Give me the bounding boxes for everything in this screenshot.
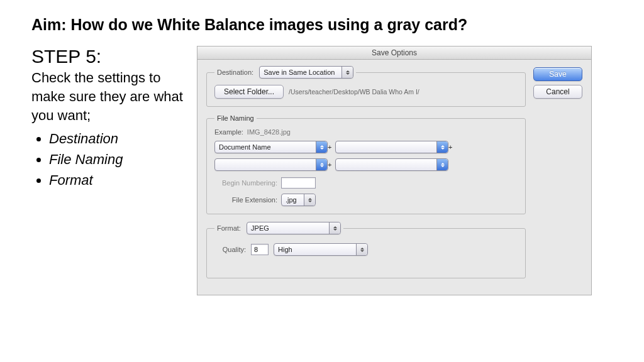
destination-mode-value: Save in Same Location xyxy=(264,69,335,76)
updown-icon xyxy=(304,194,315,206)
cancel-button[interactable]: Cancel xyxy=(533,85,582,99)
updown-icon xyxy=(356,244,367,255)
naming-slot-2[interactable] xyxy=(335,141,448,153)
format-value: JPEG xyxy=(251,224,269,232)
aim-heading: Aim: How do we White Balance images usin… xyxy=(31,15,613,35)
format-select[interactable]: JPEG xyxy=(247,222,341,234)
plus-icon: + xyxy=(328,161,335,168)
step-bullets: Destination File Naming Format xyxy=(31,128,192,190)
file-naming-group: File Naming Example: IMG_8428.jpg Docume… xyxy=(206,114,526,214)
updown-icon xyxy=(316,159,327,170)
bullet-destination: Destination xyxy=(49,128,192,149)
updown-icon xyxy=(436,141,448,153)
updown-icon xyxy=(341,67,353,78)
begin-numbering-label: Begin Numbering: xyxy=(214,179,277,187)
select-folder-button[interactable]: Select Folder... xyxy=(214,85,284,99)
format-label: Format: xyxy=(217,224,241,232)
destination-mode-select[interactable]: Save in Same Location xyxy=(259,66,353,79)
updown-icon xyxy=(329,222,340,234)
file-extension-value: .jpg xyxy=(286,196,297,204)
naming-slot-1-value: Document Name xyxy=(219,143,271,151)
dialog-title: Save Options xyxy=(197,47,591,60)
quality-preset-value: High xyxy=(278,246,292,253)
quality-input[interactable] xyxy=(251,244,269,255)
plus-icon: + xyxy=(328,143,335,151)
file-extension-label: File Extension: xyxy=(214,196,277,204)
updown-icon xyxy=(316,141,327,153)
destination-label: Destination: xyxy=(217,69,253,76)
step-title: STEP 5: xyxy=(31,46,192,67)
step-description: Check the settings to make sure they are… xyxy=(31,69,192,124)
example-label: Example: xyxy=(214,128,243,136)
file-extension-select[interactable]: .jpg xyxy=(281,194,316,206)
destination-path: /Users/teacher/Desktop/WB Dalia Who Am I… xyxy=(289,88,419,96)
quality-preset-select[interactable]: High xyxy=(274,243,368,256)
begin-numbering-input[interactable] xyxy=(281,177,316,189)
save-button[interactable]: Save xyxy=(533,67,582,81)
bullet-format: Format xyxy=(49,170,192,190)
naming-slot-1[interactable]: Document Name xyxy=(214,141,328,153)
quality-label: Quality: xyxy=(214,246,246,253)
naming-slot-4[interactable] xyxy=(335,158,448,171)
file-naming-legend: File Naming xyxy=(214,114,257,122)
plus-icon: + xyxy=(448,143,456,151)
destination-group: Destination: Save in Same Location Selec… xyxy=(206,66,526,107)
save-options-dialog: Save Options Destination: Save in Same L… xyxy=(197,46,592,295)
format-group: Format: JPEG Quality: High xyxy=(206,222,526,278)
bullet-file-naming: File Naming xyxy=(49,149,192,170)
updown-icon xyxy=(436,159,448,170)
example-value: IMG_8428.jpg xyxy=(247,128,291,136)
naming-slot-3[interactable] xyxy=(214,158,328,171)
